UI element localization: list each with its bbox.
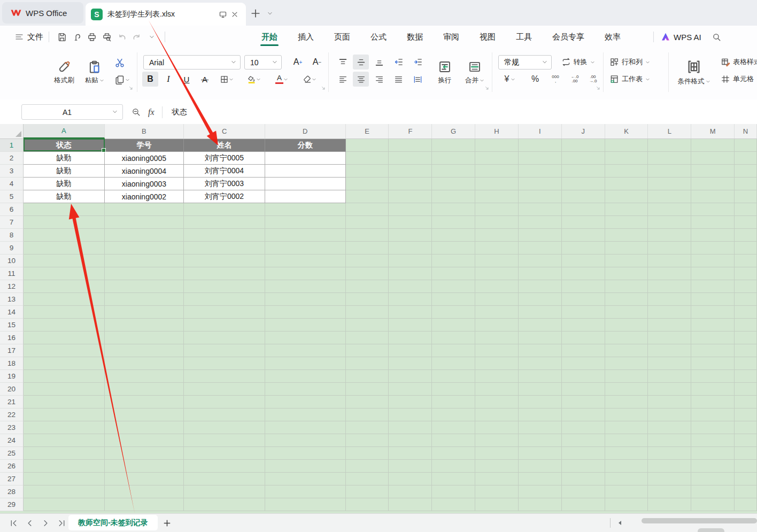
- cell-G12[interactable]: [432, 280, 475, 293]
- paste-button[interactable]: 粘贴: [80, 52, 109, 92]
- cell-M1[interactable]: [691, 139, 735, 152]
- cell-C6[interactable]: [184, 203, 265, 216]
- cell-J6[interactable]: [562, 203, 605, 216]
- cell-K23[interactable]: [605, 421, 648, 434]
- cell-C19[interactable]: [184, 370, 265, 383]
- align-top-button[interactable]: [335, 55, 351, 70]
- cell-F24[interactable]: [389, 434, 432, 447]
- cell-E15[interactable]: [346, 319, 389, 331]
- cell-H18[interactable]: [475, 357, 519, 370]
- cell-A10[interactable]: [24, 255, 105, 267]
- menu-tab-工具[interactable]: 工具: [511, 26, 537, 48]
- cell-J29[interactable]: [562, 498, 605, 511]
- cell-H3[interactable]: [475, 165, 519, 178]
- cell-C20[interactable]: [184, 383, 265, 396]
- cell-I17[interactable]: [519, 344, 562, 357]
- cell-D27[interactable]: [265, 473, 346, 485]
- menu-tab-审阅[interactable]: 审阅: [438, 26, 465, 48]
- cell-M16[interactable]: [691, 331, 735, 344]
- align-middle-button[interactable]: [353, 55, 369, 70]
- row-header-21[interactable]: 21: [0, 396, 24, 408]
- cell-G10[interactable]: [432, 255, 475, 267]
- cell-N24[interactable]: [735, 434, 757, 447]
- cell-C18[interactable]: [184, 357, 265, 370]
- cell-B2[interactable]: xiaoning0005: [105, 152, 184, 165]
- cell-E4[interactable]: [346, 178, 389, 190]
- justify-button[interactable]: [390, 72, 406, 87]
- cell-I11[interactable]: [519, 267, 562, 280]
- cell-B1[interactable]: 学号: [105, 139, 184, 152]
- row-header-27[interactable]: 27: [0, 473, 24, 485]
- cell-A1[interactable]: 状态: [24, 139, 105, 152]
- cell-J10[interactable]: [562, 255, 605, 267]
- distributed-button[interactable]: [408, 72, 427, 87]
- cell-L13[interactable]: [648, 293, 691, 306]
- cell-H23[interactable]: [475, 421, 519, 434]
- cell-D11[interactable]: [265, 267, 346, 280]
- cell-H14[interactable]: [475, 306, 519, 319]
- cell-E24[interactable]: [346, 434, 389, 447]
- row-header-6[interactable]: 6: [0, 203, 24, 216]
- cell-H15[interactable]: [475, 319, 519, 331]
- cell-L1[interactable]: [648, 139, 691, 152]
- cell-B15[interactable]: [105, 319, 184, 331]
- cell-N20[interactable]: [735, 383, 757, 396]
- cell-A19[interactable]: [24, 370, 105, 383]
- cell-J17[interactable]: [562, 344, 605, 357]
- cell-D14[interactable]: [265, 306, 346, 319]
- number-group-expand-icon[interactable]: [596, 86, 601, 91]
- cell-K21[interactable]: [605, 396, 648, 408]
- cell-J9[interactable]: [562, 242, 605, 255]
- row-header-25[interactable]: 25: [0, 447, 24, 460]
- cell-M25[interactable]: [691, 447, 735, 460]
- cell-M18[interactable]: [691, 357, 735, 370]
- cell-B26[interactable]: [105, 460, 184, 473]
- cell-A14[interactable]: [24, 306, 105, 319]
- cell-C8[interactable]: [184, 229, 265, 242]
- cell-A17[interactable]: [24, 344, 105, 357]
- cell-L29[interactable]: [648, 498, 691, 511]
- cell-E6[interactable]: [346, 203, 389, 216]
- row-header-26[interactable]: 26: [0, 460, 24, 473]
- cell-D17[interactable]: [265, 344, 346, 357]
- cell-B22[interactable]: [105, 408, 184, 421]
- cell-K24[interactable]: [605, 434, 648, 447]
- row-header-15[interactable]: 15: [0, 319, 24, 331]
- bold-button[interactable]: B: [142, 72, 158, 87]
- cell-K18[interactable]: [605, 357, 648, 370]
- cell-K9[interactable]: [605, 242, 648, 255]
- cell-F18[interactable]: [389, 357, 432, 370]
- cell-I28[interactable]: [519, 485, 562, 498]
- cell-F13[interactable]: [389, 293, 432, 306]
- cell-D19[interactable]: [265, 370, 346, 383]
- formula-content[interactable]: 状态: [170, 107, 187, 117]
- cell-F1[interactable]: [389, 139, 432, 152]
- alignment-group-expand-icon[interactable]: [484, 86, 490, 91]
- cell-J20[interactable]: [562, 383, 605, 396]
- cell-M14[interactable]: [691, 306, 735, 319]
- cell-L6[interactable]: [648, 203, 691, 216]
- cell-E8[interactable]: [346, 229, 389, 242]
- row-header-20[interactable]: 20: [0, 383, 24, 396]
- cell-G2[interactable]: [432, 152, 475, 165]
- cell-B20[interactable]: [105, 383, 184, 396]
- font-group-expand-icon[interactable]: [321, 86, 326, 91]
- cell-C5[interactable]: 刘宵宁0002: [184, 190, 265, 203]
- cell-N7[interactable]: [735, 216, 757, 229]
- row-header-28[interactable]: 28: [0, 485, 24, 498]
- cell-D16[interactable]: [265, 331, 346, 344]
- cell-I3[interactable]: [519, 165, 562, 178]
- cell-D1[interactable]: 分数: [265, 139, 346, 152]
- cell-N11[interactable]: [735, 267, 757, 280]
- cell-E2[interactable]: [346, 152, 389, 165]
- underline-button[interactable]: U: [179, 72, 195, 87]
- cell-L8[interactable]: [648, 229, 691, 242]
- cell-C12[interactable]: [184, 280, 265, 293]
- cell-J8[interactable]: [562, 229, 605, 242]
- menu-tab-视图[interactable]: 视图: [474, 26, 501, 48]
- cell-F17[interactable]: [389, 344, 432, 357]
- cell-N8[interactable]: [735, 229, 757, 242]
- row-header-1[interactable]: 1: [0, 139, 24, 152]
- font-size-select[interactable]: 10: [244, 55, 282, 70]
- cell-F2[interactable]: [389, 152, 432, 165]
